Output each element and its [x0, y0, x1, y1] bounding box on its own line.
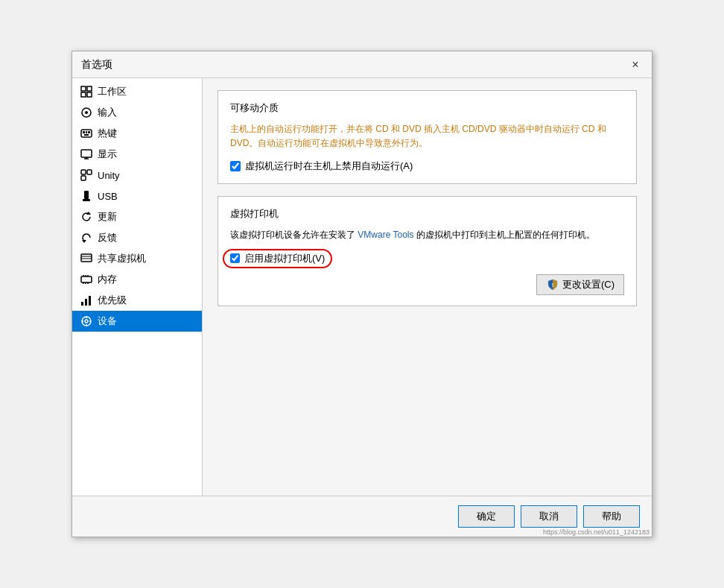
- help-button[interactable]: 帮助: [583, 505, 640, 528]
- sidebar-label-unity: Unity: [98, 170, 120, 181]
- sidebar-icon-update: [80, 210, 93, 224]
- content-area: 可移动介质 主机上的自动运行功能打开，并在将 CD 和 DVD 插入主机 CD/…: [203, 78, 652, 496]
- sidebar-icon-unity: [80, 168, 93, 182]
- sidebar-icon-shared-vm: [80, 252, 93, 265]
- svg-rect-14: [81, 170, 86, 174]
- sidebar-item-devices[interactable]: 设备: [72, 311, 202, 332]
- sidebar-label-update: 更新: [98, 210, 117, 224]
- svg-rect-18: [83, 199, 90, 201]
- printer-desc-part2: 的虚拟机中打印到主机上配置的任何打印机。: [416, 230, 595, 240]
- svg-rect-0: [81, 86, 86, 91]
- virtual-printer-section: 虚拟打印机 该虚拟打印机设备允许在安装了 VMware Tools 的虚拟机中打…: [217, 196, 637, 306]
- sidebar-item-shared-vm[interactable]: 共享虚拟机: [72, 248, 202, 269]
- footer: 确定 取消 帮助: [72, 496, 652, 537]
- sidebar-item-update[interactable]: 更新: [72, 206, 202, 227]
- removable-media-title: 可移动介质: [230, 101, 624, 115]
- sidebar-item-input[interactable]: 输入: [72, 102, 202, 123]
- sidebar-label-devices: 设备: [98, 314, 117, 328]
- preferences-dialog: 首选项 × 工作区输入热键显示UnityUSB更新反馈共享虚拟机内存优先级设备 …: [72, 51, 652, 537]
- svg-rect-21: [81, 254, 92, 262]
- sidebar-item-priority[interactable]: 优先级: [72, 290, 202, 311]
- change-settings-button[interactable]: ! 更改设置(C): [536, 274, 624, 295]
- sidebar-icon-hotkeys: [80, 127, 93, 140]
- sidebar-icon-input: [80, 106, 93, 119]
- sidebar-label-priority: 优先级: [98, 294, 127, 307]
- sidebar-label-shared-vm: 共享虚拟机: [98, 252, 146, 265]
- svg-rect-2: [81, 92, 86, 97]
- svg-marker-20: [82, 240, 86, 243]
- sidebar-icon-feedback: [80, 231, 93, 244]
- virtual-printer-title: 虚拟打印机: [230, 207, 624, 221]
- sidebar-item-hotkeys[interactable]: 热键: [72, 123, 202, 144]
- sidebar: 工作区输入热键显示UnityUSB更新反馈共享虚拟机内存优先级设备: [72, 78, 203, 496]
- svg-text:!: !: [552, 282, 553, 288]
- sidebar-item-display[interactable]: 显示: [72, 144, 202, 165]
- sidebar-item-unity[interactable]: Unity: [72, 165, 202, 186]
- svg-rect-24: [81, 276, 92, 282]
- removable-media-desc: 主机上的自动运行功能打开，并在将 CD 和 DVD 插入主机 CD/DVD 驱动…: [230, 122, 624, 151]
- autorun-checkbox-row: 虚拟机运行时在主机上禁用自动运行(A): [230, 159, 624, 173]
- svg-rect-7: [83, 131, 85, 133]
- change-settings-container: ! 更改设置(C): [230, 274, 624, 295]
- sidebar-icon-usb: [80, 189, 93, 203]
- sidebar-label-usb: USB: [98, 191, 118, 202]
- sidebar-icon-display: [80, 148, 93, 161]
- svg-rect-3: [87, 92, 92, 97]
- virtual-printer-desc: 该虚拟打印机设备允许在安装了 VMware Tools 的虚拟机中打印到主机上配…: [230, 228, 624, 242]
- sidebar-label-input: 输入: [98, 106, 117, 119]
- shield-icon: !: [546, 278, 559, 291]
- vmware-tools-text: VMware Tools: [358, 230, 413, 240]
- svg-rect-31: [81, 302, 83, 306]
- close-button[interactable]: ×: [628, 57, 643, 72]
- sidebar-label-workspace: 工作区: [98, 85, 127, 98]
- svg-rect-32: [85, 299, 87, 306]
- sidebar-item-feedback[interactable]: 反馈: [72, 227, 202, 248]
- virtual-printer-row: 启用虚拟打印机(V): [230, 252, 325, 265]
- sidebar-label-hotkeys: 热键: [98, 127, 117, 140]
- printer-desc-part1: 该虚拟打印机设备允许在安装了: [230, 230, 355, 240]
- sidebar-label-feedback: 反馈: [98, 231, 117, 244]
- svg-rect-15: [87, 170, 92, 174]
- virtual-printer-label: 启用虚拟打印机(V): [244, 252, 325, 265]
- svg-point-35: [85, 320, 88, 323]
- sidebar-item-usb[interactable]: USB: [72, 186, 202, 206]
- svg-rect-8: [86, 131, 87, 133]
- svg-rect-1: [87, 86, 92, 91]
- svg-rect-11: [81, 150, 92, 157]
- svg-rect-9: [88, 131, 90, 133]
- sidebar-icon-memory: [80, 273, 93, 286]
- sidebar-item-memory[interactable]: 内存: [72, 269, 202, 290]
- svg-rect-33: [89, 296, 91, 306]
- virtual-printer-checkbox[interactable]: [230, 253, 240, 263]
- cancel-button[interactable]: 取消: [521, 505, 577, 528]
- sidebar-item-workspace[interactable]: 工作区: [72, 81, 202, 102]
- sidebar-label-memory: 内存: [98, 273, 117, 286]
- svg-rect-17: [84, 191, 89, 199]
- autorun-label: 虚拟机运行时在主机上禁用自动运行(A): [245, 159, 413, 173]
- confirm-button[interactable]: 确定: [458, 505, 515, 528]
- sidebar-label-display: 显示: [98, 148, 117, 161]
- svg-rect-10: [84, 134, 89, 136]
- svg-rect-16: [81, 176, 86, 180]
- removable-media-section: 可移动介质 主机上的自动运行功能打开，并在将 CD 和 DVD 插入主机 CD/…: [217, 90, 637, 184]
- autorun-checkbox[interactable]: [230, 161, 241, 171]
- svg-point-5: [85, 111, 88, 114]
- sidebar-icon-devices: [80, 314, 93, 328]
- dialog-title: 首选项: [81, 58, 112, 72]
- change-settings-label: 更改设置(C): [562, 278, 615, 291]
- title-bar: 首选项 ×: [72, 51, 652, 78]
- sidebar-icon-priority: [80, 294, 93, 307]
- dialog-body: 工作区输入热键显示UnityUSB更新反馈共享虚拟机内存优先级设备 可移动介质 …: [72, 78, 652, 496]
- sidebar-icon-workspace: [80, 85, 93, 98]
